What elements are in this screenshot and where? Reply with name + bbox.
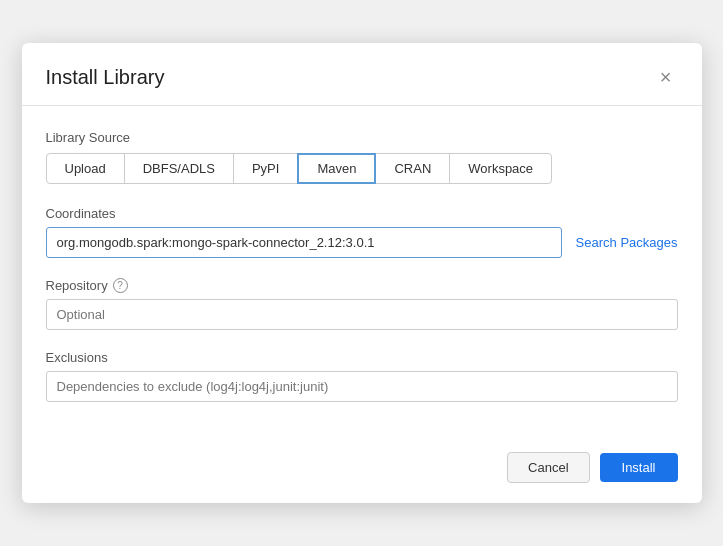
- search-packages-link[interactable]: Search Packages: [576, 235, 678, 250]
- library-source-label: Library Source: [46, 130, 678, 145]
- exclusions-input[interactable]: [46, 371, 678, 402]
- repository-field-group: Repository ?: [46, 278, 678, 330]
- coordinates-input[interactable]: [46, 227, 562, 258]
- dialog-title: Install Library: [46, 66, 165, 89]
- exclusions-field-group: Exclusions: [46, 350, 678, 402]
- repository-help-icon: ?: [113, 278, 128, 293]
- install-library-dialog: Install Library × Library Source Upload …: [22, 43, 702, 503]
- close-button[interactable]: ×: [654, 65, 678, 89]
- coordinates-field-group: Coordinates Search Packages: [46, 206, 678, 258]
- tab-workspace[interactable]: Workspace: [449, 153, 552, 184]
- tab-upload[interactable]: Upload: [46, 153, 125, 184]
- tab-dbfs[interactable]: DBFS/ADLS: [124, 153, 234, 184]
- coordinates-row: Search Packages: [46, 227, 678, 258]
- dialog-header: Install Library ×: [22, 43, 702, 106]
- repository-input[interactable]: [46, 299, 678, 330]
- dialog-footer: Cancel Install: [22, 438, 702, 503]
- repository-label: Repository ?: [46, 278, 678, 293]
- cancel-button[interactable]: Cancel: [507, 452, 589, 483]
- install-button[interactable]: Install: [600, 453, 678, 482]
- tab-pypi[interactable]: PyPI: [233, 153, 298, 184]
- coordinates-label: Coordinates: [46, 206, 678, 221]
- exclusions-label: Exclusions: [46, 350, 678, 365]
- tab-maven[interactable]: Maven: [297, 153, 376, 184]
- library-source-tabs: Upload DBFS/ADLS PyPI Maven CRAN Workspa…: [46, 153, 678, 184]
- tab-cran[interactable]: CRAN: [375, 153, 450, 184]
- dialog-body: Library Source Upload DBFS/ADLS PyPI Mav…: [22, 106, 702, 438]
